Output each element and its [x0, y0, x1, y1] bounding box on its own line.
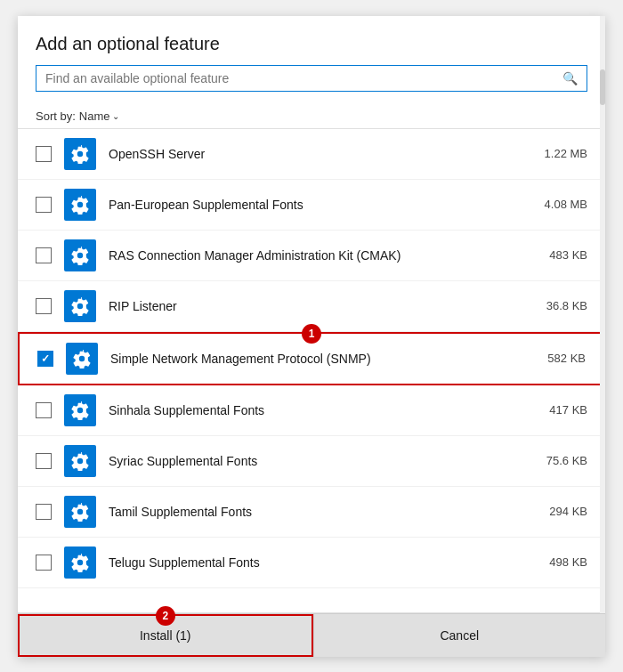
feature-icon-tamil [64, 496, 96, 528]
feature-icon-ras [64, 239, 96, 271]
list-item: Syriac Supplemental Fonts75.6 KB [18, 436, 605, 487]
feature-name-syriac: Syriac Supplemental Fonts [109, 454, 538, 468]
feature-name-tamil: Tamil Supplemental Fonts [109, 505, 540, 519]
feature-size-rip: 36.8 KB [546, 299, 587, 312]
dialog-title: Add an optional feature [36, 34, 587, 54]
feature-size-telugu: 498 KB [549, 555, 587, 569]
sort-value: Name [79, 109, 110, 123]
list-item: OpenSSH Server1.22 MB [18, 129, 605, 180]
feature-size-ras: 483 KB [549, 248, 587, 262]
feature-name-telugu: Telugu Supplemental Fonts [109, 555, 540, 570]
feature-checkbox-syriac[interactable] [36, 453, 52, 469]
install-button[interactable]: 2 Install (1) [18, 614, 313, 657]
feature-size-syriac: 75.6 KB [546, 454, 587, 467]
search-icon: 🔍 [562, 71, 578, 85]
feature-name-ras: RAS Connection Manager Administration Ki… [109, 248, 540, 263]
list-item: 1 Simple Network Management Protocol (SN… [18, 332, 605, 385]
feature-checkbox-ras[interactable] [36, 247, 52, 263]
install-label: Install (1) [140, 628, 191, 643]
feature-name-pan-european: Pan-European Supplemental Fonts [109, 198, 536, 212]
feature-checkbox-tamil[interactable] [36, 504, 52, 520]
feature-icon-syriac [64, 445, 96, 477]
feature-icon-pan-european [64, 189, 96, 221]
feature-name-snmp: Simple Network Management Protocol (SNMP… [110, 352, 538, 366]
dialog-header: Add an optional feature 🔍 [18, 16, 605, 101]
feature-checkbox-telugu[interactable] [36, 555, 52, 571]
search-input[interactable] [45, 71, 562, 85]
feature-size-sinhala: 417 KB [549, 403, 587, 417]
cancel-label: Cancel [440, 628, 479, 643]
feature-name-sinhala: Sinhala Supplemental Fonts [109, 403, 540, 417]
dialog-footer: 2 Install (1) Cancel [18, 613, 605, 657]
scrollbar-track[interactable] [600, 128, 605, 613]
feature-name-openssh: OpenSSH Server [109, 147, 536, 161]
features-list: OpenSSH Server1.22 MB Pan-European Suppl… [18, 128, 605, 613]
feature-checkbox-pan-european[interactable] [36, 197, 52, 213]
feature-checkbox-snmp[interactable] [37, 351, 53, 367]
feature-checkbox-rip[interactable] [36, 298, 52, 314]
feature-size-openssh: 1.22 MB [545, 147, 587, 160]
list-item: RAS Connection Manager Administration Ki… [18, 231, 605, 281]
feature-icon-sinhala [64, 394, 96, 426]
feature-icon-snmp [66, 343, 98, 375]
chevron-down-icon: ⌄ [112, 111, 119, 121]
feature-badge: 1 [302, 324, 321, 344]
feature-checkbox-sinhala[interactable] [36, 402, 52, 418]
list-item: Tamil Supplemental Fonts294 KB [18, 487, 605, 538]
feature-size-pan-european: 4.08 MB [545, 198, 587, 211]
sort-label: Sort by: [36, 109, 76, 123]
list-item: Pan-European Supplemental Fonts4.08 MB [18, 180, 605, 231]
sort-dropdown[interactable]: Name ⌄ [79, 109, 120, 123]
feature-size-tamil: 294 KB [549, 505, 587, 518]
list-item: Telugu Supplemental Fonts498 KB [18, 538, 605, 588]
feature-name-rip: RIP Listener [109, 299, 538, 313]
feature-icon-openssh [64, 138, 96, 170]
list-item: Sinhala Supplemental Fonts417 KB [18, 385, 605, 436]
add-optional-feature-dialog: Add an optional feature 🔍 Sort by: Name … [18, 16, 605, 657]
search-box[interactable]: 🔍 [36, 65, 587, 92]
feature-icon-telugu [64, 547, 96, 579]
sort-bar: Sort by: Name ⌄ [18, 101, 605, 128]
feature-size-snmp: 582 KB [547, 352, 586, 365]
cancel-button[interactable]: Cancel [313, 614, 606, 657]
feature-icon-rip [64, 290, 96, 322]
feature-checkbox-openssh[interactable] [36, 146, 52, 162]
install-badge: 2 [156, 606, 175, 626]
